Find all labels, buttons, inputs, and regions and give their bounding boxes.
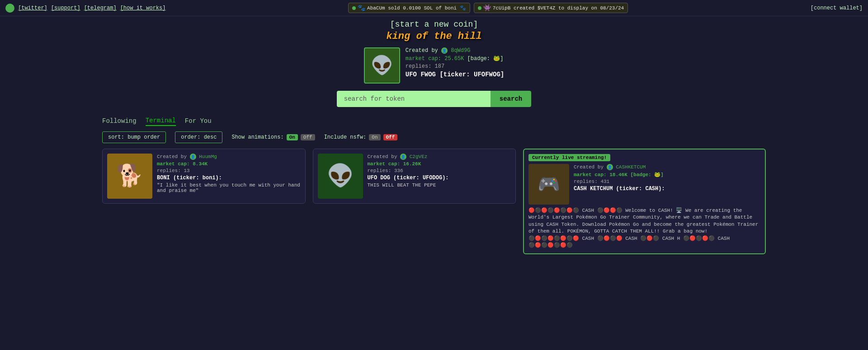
main-content: [start a new coin] king of the hill 👽 Cr… bbox=[0, 16, 868, 254]
cards-grid: 🐕 Created by 👤 HuumMg market cap: 8.34K … bbox=[95, 149, 773, 254]
topbar: [twitter] [support] [telegram] [how it w… bbox=[0, 0, 868, 16]
ticker2-avatar: 👾 bbox=[483, 4, 491, 12]
tab-for-you[interactable]: For You bbox=[185, 117, 212, 126]
ufodog-token-name: UFO DOG (ticker: UFODOG): bbox=[368, 175, 511, 181]
king-avatar-emoji: 👽 bbox=[371, 55, 393, 77]
king-info: Created by 👤 8qWd9G market cap: 25.65K [… bbox=[406, 47, 504, 78]
ticker2-text: 7cUipB created $VET4Z to display on 08/2… bbox=[493, 5, 624, 11]
tab-following[interactable]: Following bbox=[102, 117, 137, 126]
king-replies: replies: 187 bbox=[406, 63, 504, 70]
cash-market-cap: market cap: 18.46K [badge: 🐸] bbox=[574, 172, 760, 177]
boni-username: HuumMg bbox=[199, 154, 217, 159]
king-created-label: Created by bbox=[406, 47, 438, 54]
sort-dropdown[interactable]: sort: bump order bbox=[102, 131, 166, 143]
ufodog-avatar: 👽 bbox=[318, 154, 363, 199]
live-card-header: 🎮 Created by 👤 CASHKETCUM market cap: 18… bbox=[528, 164, 760, 205]
site-logo bbox=[5, 4, 14, 13]
search-input[interactable] bbox=[337, 91, 491, 107]
king-market-cap-value: market cap: 25.65K bbox=[406, 56, 464, 62]
boni-user-avatar: 👤 bbox=[190, 154, 196, 160]
ticker-badge-2: 👾 7cUipB created $VET4Z to display on 08… bbox=[474, 3, 628, 13]
boni-created-by: Created by 👤 HuumMg bbox=[157, 154, 301, 160]
king-title: king of the hill bbox=[386, 31, 481, 42]
cash-replies: replies: 431 bbox=[574, 179, 760, 184]
ufodog-market-cap: market cap: 16.26K bbox=[368, 161, 511, 167]
king-username: 8qWd9G bbox=[451, 47, 470, 54]
ticker2-action: created $VET4Z bbox=[514, 5, 555, 11]
ticker-badge-1: 🐾 AbaCUm sold 0.0100 SOL of boni 🐾 bbox=[348, 3, 470, 13]
twitter-link[interactable]: [twitter] bbox=[18, 5, 47, 11]
king-user-avatar: 👤 bbox=[441, 47, 448, 54]
boni-token-name: BONI (ticker: boni): bbox=[157, 175, 301, 181]
boni-info: Created by 👤 HuumMg market cap: 8.34K re… bbox=[157, 154, 301, 199]
search-bar: search bbox=[337, 91, 531, 107]
cash-info: Created by 👤 CASHKETCUM market cap: 18.4… bbox=[574, 164, 760, 205]
boni-description: "I like it best when you touch me with y… bbox=[157, 182, 301, 193]
ticker1-action: sold 0.0100 SOL of bbox=[388, 5, 442, 11]
search-button[interactable]: search bbox=[491, 91, 531, 107]
cash-username: CASHKETCUM bbox=[616, 164, 646, 170]
tabs-row: Following Terminal For You bbox=[95, 116, 773, 126]
king-created-by: Created by 👤 8qWd9G bbox=[406, 47, 504, 54]
boni-avatar: 🐕 bbox=[107, 154, 152, 199]
coin-card-boni[interactable]: 🐕 Created by 👤 HuumMg market cap: 8.34K … bbox=[102, 149, 306, 204]
ufodog-created-by: Created by 👤 C2gVEz bbox=[368, 154, 511, 160]
ticker1-user: AbaCUm bbox=[367, 5, 385, 11]
king-market-cap: market cap: 25.65K [badge: 🐸] bbox=[406, 55, 504, 62]
controls-row: sort: bump order order: desc Show animat… bbox=[95, 131, 773, 143]
king-badge-icon: [badge: 🐸] bbox=[467, 56, 504, 62]
king-token-name: UFO FWOG [ticker: UFOFWOG] bbox=[406, 71, 504, 78]
nsfw-control: Include nsfw: On Off bbox=[324, 134, 398, 140]
animations-on-toggle[interactable]: On bbox=[287, 134, 298, 140]
telegram-link[interactable]: [telegram] bbox=[84, 5, 117, 11]
animations-off-toggle[interactable]: Off bbox=[301, 134, 315, 140]
nsfw-off-toggle[interactable]: Off bbox=[383, 134, 398, 140]
topbar-center: 🐾 AbaCUm sold 0.0100 SOL of boni 🐾 👾 7cU… bbox=[165, 3, 810, 13]
cash-avatar: 🎮 bbox=[528, 164, 569, 205]
cash-badge-icon: [badge: 🐸] bbox=[630, 172, 663, 177]
ticker1-token: boni bbox=[445, 5, 457, 11]
ticker1-emoji: 🐾 bbox=[460, 5, 466, 11]
tab-terminal[interactable]: Terminal bbox=[146, 116, 176, 126]
ufodog-username: C2gVEz bbox=[410, 154, 428, 159]
coin-card-cash[interactable]: Currently live streaming! 🎮 Created by 👤… bbox=[523, 149, 766, 254]
ticker1-avatar: 🐾 bbox=[358, 4, 365, 12]
order-dropdown[interactable]: order: desc bbox=[175, 131, 222, 143]
coin-card-ufodog[interactable]: 👽 Created by 👤 C2gVEz market cap: 16.26K… bbox=[313, 149, 516, 204]
ticker2-user: 7cUipB bbox=[493, 5, 511, 11]
animations-control: Show animations: On Off bbox=[231, 134, 315, 140]
green-dot-icon-2 bbox=[478, 6, 481, 10]
green-dot-icon bbox=[352, 6, 356, 10]
king-avatar: 👽 bbox=[364, 47, 400, 84]
start-coin-link[interactable]: [start a new coin] bbox=[390, 20, 478, 29]
ticker1-text: AbaCUm sold 0.0100 SOL of boni 🐾 bbox=[367, 5, 466, 11]
cash-created-by: Created by 👤 CASHKETCUM bbox=[574, 164, 760, 170]
ufodog-info: Created by 👤 C2gVEz market cap: 16.26K r… bbox=[368, 154, 511, 199]
cash-token-name: CASH KETCHUM (ticker: CASH): bbox=[574, 186, 760, 192]
boni-replies: replies: 13 bbox=[157, 168, 301, 173]
boni-market-cap: market cap: 8.34K bbox=[157, 161, 301, 167]
ufodog-user-avatar: 👤 bbox=[400, 154, 406, 160]
cash-user-avatar: 👤 bbox=[607, 164, 613, 170]
cash-description: 🔴⚫🔴⚫🔴⚫🔴⚫ CASH ⚫🔴🔴⚫ Welcome to CASH! 🖥️ W… bbox=[528, 207, 760, 249]
king-card[interactable]: 👽 Created by 👤 8qWd9G market cap: 25.65K… bbox=[364, 47, 504, 84]
ufodog-avatar-emoji: 👽 bbox=[327, 163, 354, 189]
nsfw-on-toggle[interactable]: On bbox=[369, 134, 380, 140]
boni-avatar-emoji: 🐕 bbox=[116, 163, 143, 189]
start-coin-section: [start a new coin] bbox=[390, 20, 478, 29]
ufodog-description: THIS WILL BEAT THE PEPE bbox=[368, 182, 511, 188]
ticker2-date: to display on 08/23/24 bbox=[558, 5, 624, 11]
cash-avatar-emoji: 🎮 bbox=[538, 173, 560, 196]
live-streaming-badge: Currently live streaming! bbox=[528, 154, 610, 161]
animations-label: Show animations: bbox=[231, 134, 283, 140]
how-it-works-link[interactable]: [how it works] bbox=[120, 5, 166, 11]
ufodog-replies: replies: 336 bbox=[368, 168, 511, 173]
topbar-left: [twitter] [support] [telegram] [how it w… bbox=[5, 4, 165, 13]
connect-wallet[interactable]: [connect wallet] bbox=[811, 5, 863, 11]
nsfw-label: Include nsfw: bbox=[324, 134, 367, 140]
support-link[interactable]: [support] bbox=[51, 5, 80, 11]
